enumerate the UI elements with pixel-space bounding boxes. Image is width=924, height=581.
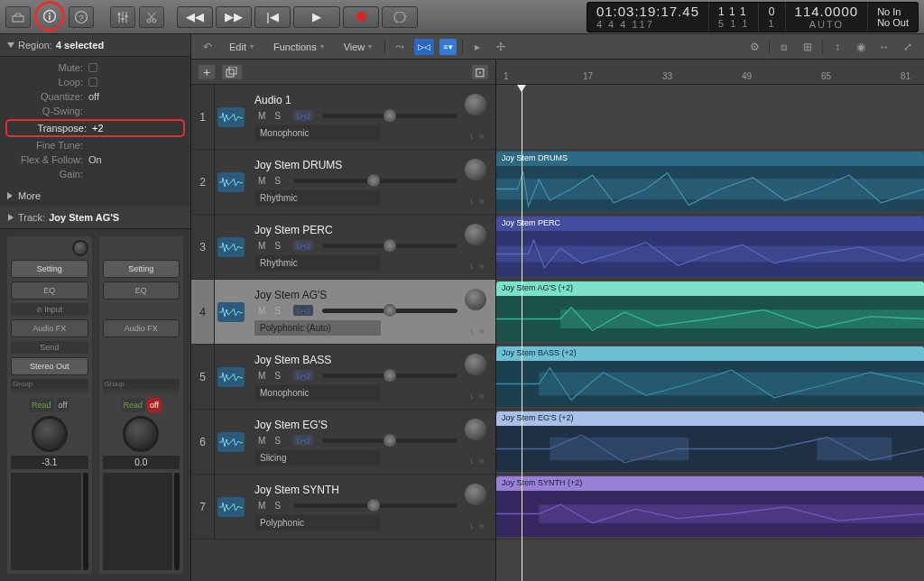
tempo-mode[interactable]: AUTO: [809, 19, 844, 30]
flex-indicator[interactable]: ▷◁: [293, 370, 313, 381]
audiofx-slot[interactable]: Audio FX: [11, 319, 88, 337]
flex-mode-select[interactable]: Polyphonic (Auto): [254, 320, 381, 336]
group-slot[interactable]: [11, 389, 88, 394]
solo-button[interactable]: S: [271, 500, 284, 512]
flex-follow-row[interactable]: Flex & Follow:On: [0, 152, 190, 167]
no-out-label[interactable]: No Out: [877, 17, 909, 28]
gain-row[interactable]: Gain:: [0, 167, 190, 181]
pan-knob[interactable]: [465, 94, 486, 115]
mute-button[interactable]: M: [254, 435, 269, 447]
pan-knob[interactable]: [465, 354, 486, 375]
track-row[interactable]: 4Joy Stem AG'SMS▷◁Polyphonic (Auto)L R: [191, 280, 495, 345]
quantize-row[interactable]: Quantize:off: [0, 89, 190, 104]
inspector-icon[interactable]: [37, 5, 62, 27]
output-slot[interactable]: Stereo Out: [11, 357, 88, 375]
volume-slider[interactable]: [293, 179, 457, 183]
track-name[interactable]: Joy Stem BASS: [254, 354, 457, 366]
fader-value[interactable]: 0.0: [103, 456, 180, 469]
solo-button[interactable]: S: [271, 435, 284, 447]
audiofx-slot[interactable]: Audio FX: [103, 319, 180, 337]
region-drums[interactable]: Joy Stem DRUMS: [496, 152, 924, 212]
back-icon[interactable]: ↶: [199, 39, 217, 55]
goto-start-button[interactable]: |◀: [254, 6, 291, 28]
playhead[interactable]: [522, 85, 522, 581]
loop-row[interactable]: Loop:: [0, 75, 190, 89]
more-disclosure[interactable]: More: [0, 185, 190, 207]
clips-area[interactable]: Joy Stem DRUMS Joy Stem PERC Joy Stem AG…: [496, 85, 924, 581]
region-synth[interactable]: Joy Stem SYNTH (+2): [496, 476, 924, 537]
arrangement-area[interactable]: 1 17 33 49 65 81 Joy Stem DRUMS Joy Stem…: [496, 60, 924, 581]
volume-slider[interactable]: [322, 114, 457, 118]
zoom-h-icon[interactable]: ↔: [875, 39, 893, 55]
locator-left[interactable]: 1 1 1: [718, 5, 749, 18]
region-bass[interactable]: Joy Stem BASS (+2): [496, 346, 924, 407]
pan-knob[interactable]: [123, 416, 159, 452]
mute-button[interactable]: M: [254, 500, 269, 512]
eq-button[interactable]: EQ: [103, 281, 180, 300]
fader-value[interactable]: -3.1: [11, 456, 88, 469]
solo-button[interactable]: S: [271, 175, 284, 187]
pan-knob[interactable]: [465, 289, 486, 310]
track-row[interactable]: 5Joy Stem BASSMS▷◁MonophonicL R: [191, 345, 495, 410]
flex-mode-select[interactable]: Polyphonic: [254, 515, 381, 530]
solo-button[interactable]: S: [271, 110, 284, 122]
track-icon[interactable]: [215, 85, 247, 149]
pan-knob[interactable]: [465, 419, 486, 440]
zoom-both-icon[interactable]: ⤢: [899, 39, 917, 55]
flex-icon[interactable]: ▷◁: [414, 39, 434, 55]
rewind-button[interactable]: ◀◀: [177, 6, 213, 28]
mute-button[interactable]: M: [254, 110, 269, 122]
play-button[interactable]: ▶: [293, 6, 340, 28]
track-icon[interactable]: [215, 345, 247, 409]
setting-button[interactable]: Setting: [11, 260, 88, 278]
library-icon[interactable]: [5, 6, 31, 28]
pan-knob[interactable]: [465, 159, 486, 180]
flex-indicator[interactable]: ▷◁: [293, 305, 313, 316]
setting-button[interactable]: Setting: [103, 260, 180, 278]
automation-read[interactable]: Read: [121, 398, 146, 412]
snap-icon[interactable]: ⧈: [775, 39, 793, 55]
cycle-button[interactable]: [382, 6, 418, 28]
automation-off[interactable]: off: [56, 398, 70, 412]
tempo[interactable]: 114.0000: [795, 4, 859, 19]
position-beats[interactable]: 4 4 4 117: [596, 19, 699, 30]
solo-button[interactable]: S: [271, 240, 284, 252]
mixer-icon[interactable]: [110, 6, 135, 28]
track-name[interactable]: Joy Stem EG'S: [254, 419, 457, 431]
track-icon[interactable]: [215, 475, 247, 539]
flex-mode-select[interactable]: Rhythmic: [254, 190, 381, 206]
mute-row[interactable]: Mute:: [0, 60, 190, 75]
automation-read[interactable]: Read: [29, 398, 54, 412]
track-name[interactable]: Joy Stem AG'S: [254, 289, 457, 301]
global-tracks-button[interactable]: ⊡: [472, 65, 488, 79]
track-icon[interactable]: [215, 215, 247, 279]
waveform-zoom-icon[interactable]: ◉: [852, 39, 870, 55]
scissors-icon[interactable]: [139, 6, 164, 28]
track-row[interactable]: 6Joy Stem EG'SMS▷◁SlicingL R: [191, 410, 495, 475]
bar-ruler[interactable]: 1 17 33 49 65 81: [496, 60, 924, 85]
region-egs[interactable]: Joy Stem EG'S (+2): [496, 411, 924, 472]
track-name[interactable]: Audio 1: [254, 94, 457, 106]
flex-indicator[interactable]: ▷◁: [293, 435, 313, 446]
flex-indicator[interactable]: ▷◁: [293, 240, 313, 251]
functions-menu[interactable]: Functions▾: [266, 39, 331, 55]
solo-button[interactable]: S: [271, 370, 284, 382]
region-ags[interactable]: Joy Stem AG'S (+2): [496, 281, 924, 342]
timecode[interactable]: 01:03:19:17.45: [596, 4, 699, 19]
track-row[interactable]: 7Joy Stem SYNTHMSPolyphonicL R: [191, 475, 495, 540]
track-name[interactable]: Joy Stem PERC: [254, 224, 457, 236]
pan-knob[interactable]: [32, 416, 68, 452]
track-name[interactable]: Joy Stem DRUMS: [254, 159, 457, 171]
volume-slider[interactable]: [322, 309, 457, 313]
flex-indicator[interactable]: ▷◁: [293, 110, 313, 121]
keysig[interactable]: 0: [769, 5, 776, 18]
record-button[interactable]: [343, 6, 379, 28]
gear-icon[interactable]: ⚙: [745, 39, 763, 55]
input-slot[interactable]: ⊘ Input: [11, 303, 88, 316]
track-icon[interactable]: [215, 280, 247, 344]
edit-menu[interactable]: Edit▾: [222, 39, 261, 55]
finetune-row[interactable]: Fine Tune:: [0, 138, 190, 152]
track-row[interactable]: 1Audio 1MS▷◁MonophonicL R: [191, 85, 495, 150]
mute-button[interactable]: M: [254, 175, 269, 187]
track-icon[interactable]: [215, 150, 247, 214]
